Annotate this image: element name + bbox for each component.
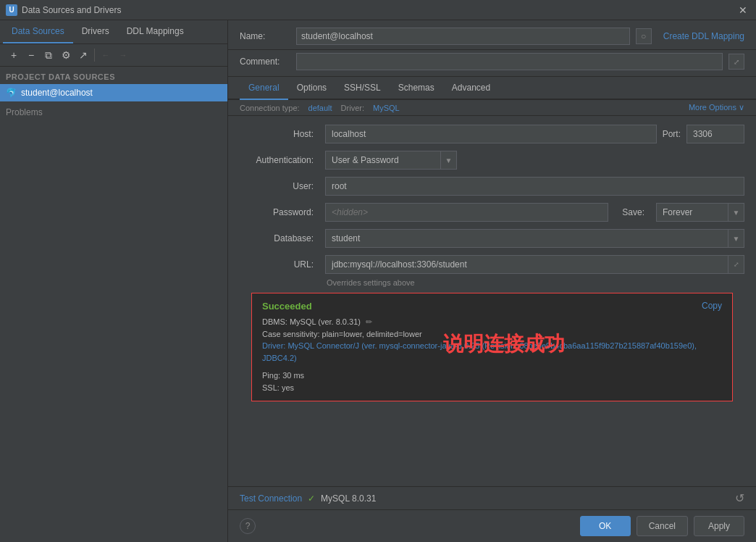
tab-ssh-ssl[interactable]: SSH/SSL [335,77,390,100]
name-row: Name: ○ Create DDL Mapping [228,20,756,50]
auth-select-arrow[interactable]: ▼ [441,151,457,170]
overrides-text: Overrides settings above [240,278,744,287]
auth-label: Authentication: [240,155,319,165]
database-label: Database: [240,233,319,243]
conn-type-label: Connection type: [240,104,300,112]
url-expand-button[interactable]: ⤢ [728,255,744,274]
auth-select-wrapper: User & Password No auth Windows Credenti… [325,151,457,170]
top-tabs: Data Sources Drivers DDL Mappings [0,20,227,44]
password-input[interactable] [325,203,608,222]
save-select-arrow[interactable]: ▼ [728,203,744,222]
conn-info-left: Connection type: default Driver: MySQL [240,104,400,112]
success-details: DBMS: MySQL (ver. 8.0.31) ✏ Case sensiti… [262,316,722,393]
left-panel: Data Sources Drivers DDL Mappings + − ⧉ … [0,20,228,542]
bottom-right: ↺ [735,491,744,505]
comment-label: Comment: [240,57,290,67]
url-label: URL: [240,259,319,270]
case-sensitivity-line: Case sensitivity: plain=lower, delimited… [262,328,722,341]
tab-general[interactable]: General [240,77,288,100]
bottom-bar: Test Connection ✓ MySQL 8.0.31 ↺ [228,486,756,509]
url-input[interactable] [325,255,728,274]
tab-data-sources[interactable]: Data Sources [3,20,73,43]
bottom-left: Test Connection ✓ MySQL 8.0.31 [240,493,376,504]
auth-row: Authentication: User & Password No auth … [240,151,744,170]
driver-line: Driver: MySQL Connector/J (ver. mysql-co… [262,340,722,364]
problems-section: Problems [0,101,227,123]
sub-tabs: General Options SSH/SSL Schemas Advanced [228,77,756,100]
titlebar-left: U Data Sources and Drivers [6,4,121,16]
name-input[interactable] [296,28,630,45]
datasource-item-student[interactable]: 🐬 student@localhost [0,84,227,101]
datasource-label: student@localhost [21,88,93,98]
tab-options[interactable]: Options [288,77,335,100]
auth-select[interactable]: User & Password No auth Windows Credenti… [325,151,441,170]
spacer [262,364,722,370]
main-layout: Data Sources Drivers DDL Mappings + − ⧉ … [0,20,756,542]
dbms-line: DBMS: MySQL (ver. 8.0.31) ✏ [262,316,722,328]
remove-button[interactable]: − [23,47,39,63]
more-options-link[interactable]: More Options ∨ [689,103,744,112]
ok-button[interactable]: OK [580,516,631,536]
conn-type-value[interactable]: default [308,104,332,112]
database-row: Database: ▼ [240,229,744,248]
apply-button[interactable]: Apply [694,516,744,536]
duplicate-button[interactable]: ⧉ [41,47,56,63]
url-row: URL: ⤢ [240,255,744,274]
ssl-line: SSL: yes [262,382,722,394]
create-ddl-link[interactable]: Create DDL Mapping [663,31,744,41]
password-row: Password: Save: Forever Until restart Ne… [240,203,744,222]
database-select-wrapper: ▼ [325,229,744,248]
password-label: Password: [240,207,319,217]
window-title: Data Sources and Drivers [22,5,121,15]
tab-schemas[interactable]: Schemas [390,77,443,100]
ping-line: Ping: 30 ms [262,370,722,382]
add-button[interactable]: + [6,47,22,63]
test-connection-link[interactable]: Test Connection [240,493,302,504]
name-label: Name: [240,31,290,41]
right-panel: Name: ○ Create DDL Mapping Comment: ⤢ Ge… [228,20,756,542]
project-data-sources-header: Project Data Sources [0,67,227,84]
url-input-wrapper: ⤢ [325,255,744,274]
conn-info-bar: Connection type: default Driver: MySQL M… [228,100,756,116]
app-icon: U [6,4,17,16]
forward-button[interactable]: → [115,47,131,63]
problems-label: Problems [6,107,43,117]
user-row: User: [240,177,744,196]
port-input[interactable] [686,125,744,143]
settings-button[interactable]: ⚙ [58,47,74,63]
save-select-wrapper: Forever Until restart Never ▼ [656,203,744,222]
driver-value[interactable]: MySQL [373,104,400,112]
success-panel: Succeeded Copy DBMS: MySQL (ver. 8.0.31)… [251,293,733,401]
mysql-version-text: MySQL 8.0.31 [321,493,376,504]
name-options-button[interactable]: ○ [636,28,652,44]
port-label: Port: [663,129,681,139]
comment-input[interactable] [296,53,723,70]
save-label: Save: [614,207,650,217]
help-button[interactable]: ? [240,518,256,534]
host-label: Host: [240,129,319,139]
export-button[interactable]: ↗ [75,47,91,63]
dialog-footer: ? OK Cancel Apply [228,509,756,542]
reset-button[interactable]: ↺ [735,491,744,505]
tab-ddl-mappings[interactable]: DDL Mappings [118,20,193,43]
close-button[interactable]: ✕ [736,4,750,17]
host-input[interactable] [325,125,657,143]
edit-icon[interactable]: ✏ [366,317,372,326]
connection-check-icon: ✓ [308,493,315,504]
tab-advanced[interactable]: Advanced [443,77,499,100]
user-label: User: [240,181,319,191]
database-dropdown-button[interactable]: ▼ [728,229,744,248]
cancel-button[interactable]: Cancel [637,516,688,536]
left-toolbar: + − ⧉ ⚙ ↗ ← → [0,44,227,67]
success-title: Succeeded [262,301,722,312]
comment-expand-button[interactable]: ⤢ [728,54,744,70]
save-select[interactable]: Forever Until restart Never [656,203,728,222]
mysql-icon: 🐬 [6,88,17,98]
database-input[interactable] [325,229,728,248]
copy-button[interactable]: Copy [702,301,722,311]
host-row: Host: Port: [240,125,744,143]
user-input[interactable] [325,177,744,196]
back-button[interactable]: ← [98,47,114,63]
driver-label: Driver: [341,104,364,112]
tab-drivers[interactable]: Drivers [73,20,118,43]
